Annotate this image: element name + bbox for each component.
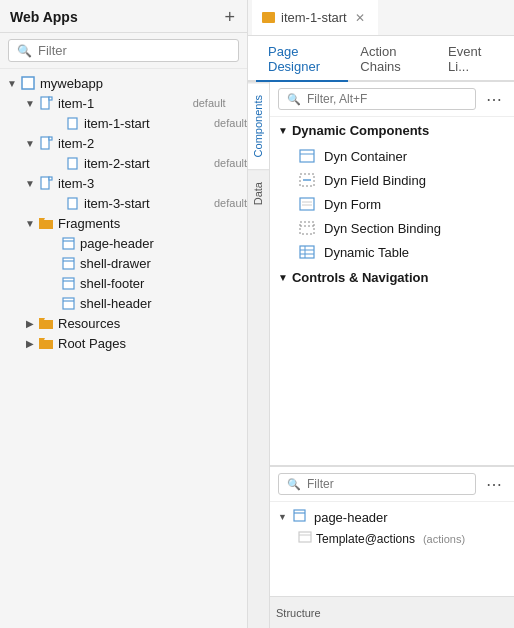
label-shell-header: shell-header: [80, 296, 247, 311]
svg-rect-18: [300, 150, 314, 162]
components-search-icon: 🔍: [287, 93, 301, 106]
comp-label-dynamic-table: Dynamic Table: [324, 245, 409, 260]
fragment-icon-shell-drawer: [60, 255, 76, 271]
chevron-resources: [22, 315, 38, 331]
svg-rect-0: [22, 77, 34, 89]
components-list: ▼ Dynamic Components Dyn Container D: [270, 117, 514, 465]
label-item3start: item-3-start: [84, 196, 210, 211]
components-more-button[interactable]: ⋯: [482, 90, 506, 109]
dyn-container-icon: [298, 148, 316, 164]
section-label-controls: Controls & Navigation: [292, 270, 429, 285]
sidebar-search-container: 🔍: [8, 39, 239, 62]
chevron-fragments: [22, 215, 38, 231]
tree-item-shell-drawer[interactable]: shell-drawer: [0, 253, 247, 273]
second-panel: 🔍 ⋯ ▼ page-header: [270, 466, 514, 596]
folder-icon-root-pages: [38, 335, 54, 351]
svg-rect-10: [63, 238, 74, 249]
svg-rect-4: [41, 137, 49, 149]
file-icon-item3start: [64, 195, 80, 211]
chevron-item2: [22, 135, 38, 151]
svg-rect-31: [294, 510, 305, 521]
sidebar-add-button[interactable]: +: [222, 8, 237, 26]
svg-rect-7: [41, 177, 49, 189]
webapp-icon: [20, 75, 36, 91]
sidebar: Web Apps + 🔍 mywebapp + item-1 default +: [0, 0, 248, 628]
comp-dyn-container[interactable]: Dyn Container: [270, 144, 514, 168]
tab-close-button[interactable]: ✕: [353, 11, 367, 25]
comp-label-dyn-field-binding: Dyn Field Binding: [324, 173, 426, 188]
section-header-controls[interactable]: ▼ Controls & Navigation: [270, 264, 514, 291]
components-search: 🔍: [278, 88, 476, 110]
label-page-header: page-header: [80, 236, 247, 251]
comp-label-dyn-form: Dyn Form: [324, 197, 381, 212]
badge-item2start: default: [214, 157, 247, 169]
fragment-icon-shell-header: [60, 295, 76, 311]
sidebar-title: Web Apps: [10, 9, 78, 25]
tree-item-item1start[interactable]: item-1-start default: [0, 113, 247, 133]
comp-dyn-form[interactable]: Dyn Form: [270, 192, 514, 216]
side-tab-data[interactable]: Data: [248, 169, 269, 217]
fragment-icon-page-header: [60, 235, 76, 251]
second-search: 🔍: [278, 473, 476, 495]
tree-item-item1[interactable]: item-1 default +: [0, 93, 247, 113]
comp-dyn-field-binding[interactable]: Dyn Field Binding: [270, 168, 514, 192]
label-shell-footer: shell-footer: [80, 276, 247, 291]
sidebar-search-icon: 🔍: [17, 44, 32, 58]
svg-rect-12: [63, 258, 74, 269]
label-fragments: Fragments: [58, 216, 226, 231]
section-header-dynamic[interactable]: ▼ Dynamic Components: [270, 117, 514, 144]
sidebar-search-box: 🔍: [0, 33, 247, 69]
tree-item-root-pages[interactable]: Root Pages +: [0, 333, 247, 353]
tree-item-page-header[interactable]: page-header: [0, 233, 247, 253]
comp-label-dyn-section-binding: Dyn Section Binding: [324, 221, 441, 236]
page-icon-item1: [38, 95, 54, 111]
page-icon-item3: [38, 175, 54, 191]
svg-rect-16: [63, 298, 74, 309]
tree-item-fragments[interactable]: Fragments +: [0, 213, 247, 233]
ph-root-label: page-header: [314, 510, 388, 525]
svg-rect-2: [49, 97, 52, 100]
comp-dyn-section-binding[interactable]: Dyn Section Binding: [270, 216, 514, 240]
chevron-root-pages: [22, 335, 38, 351]
right-main: 🔍 ⋯ ▼ Dynamic Components: [270, 82, 514, 628]
sidebar-search-input[interactable]: [38, 43, 230, 58]
tree-item-ph-root[interactable]: ▼ page-header: [278, 506, 506, 528]
label-shell-drawer: shell-drawer: [80, 256, 247, 271]
tab-action-chains[interactable]: Action Chains: [348, 36, 436, 82]
tree-item-item3[interactable]: item-3 +: [0, 173, 247, 193]
file-tree: mywebapp + item-1 default + item-1-start…: [0, 69, 247, 628]
second-search-input[interactable]: [307, 477, 467, 491]
file-icon-item2start: [64, 155, 80, 171]
tree-item-shell-header[interactable]: shell-header: [0, 293, 247, 313]
tree-item-template-actions[interactable]: Template@actions (actions): [278, 528, 506, 549]
label-mywebapp: mywebapp: [40, 76, 226, 91]
tree-item-item2[interactable]: item-2 +: [0, 133, 247, 153]
tree-item-shell-footer[interactable]: shell-footer: [0, 273, 247, 293]
components-panel: 🔍 ⋯ ▼ Dynamic Components: [270, 82, 514, 466]
tree-item-resources[interactable]: Resources: [0, 313, 247, 333]
template-name-label: Template@actions: [316, 532, 415, 546]
page-icon-item2: [38, 135, 54, 151]
components-search-input[interactable]: [307, 92, 467, 106]
tree-item-item2start[interactable]: item-2-start default: [0, 153, 247, 173]
label-item2start: item-2-start: [84, 156, 210, 171]
tree-item-item3start[interactable]: item-3-start default: [0, 193, 247, 213]
comp-dynamic-table[interactable]: Dynamic Table: [270, 240, 514, 264]
second-more-button[interactable]: ⋯: [482, 475, 506, 494]
tab-bar: item-1-start ✕: [248, 0, 514, 36]
tree-item-mywebapp[interactable]: mywebapp +: [0, 73, 247, 93]
active-tab[interactable]: item-1-start ✕: [252, 0, 378, 35]
page-header-tree: ▼ page-header Template@actions (actions): [270, 502, 514, 553]
chevron-mywebapp: [4, 75, 20, 91]
tab-page-designer[interactable]: Page Designer: [256, 36, 348, 82]
label-root-pages: Root Pages: [58, 336, 226, 351]
label-item2: item-2: [58, 136, 226, 151]
label-resources: Resources: [58, 316, 247, 331]
svg-rect-5: [49, 137, 52, 140]
folder-icon-fragments: [38, 215, 54, 231]
svg-rect-1: [41, 97, 49, 109]
tab-event-listeners[interactable]: Event Li...: [436, 36, 506, 82]
side-labels: Components Data: [248, 82, 270, 628]
side-tab-components[interactable]: Components: [248, 82, 269, 169]
ph-root-icon: [293, 509, 306, 525]
